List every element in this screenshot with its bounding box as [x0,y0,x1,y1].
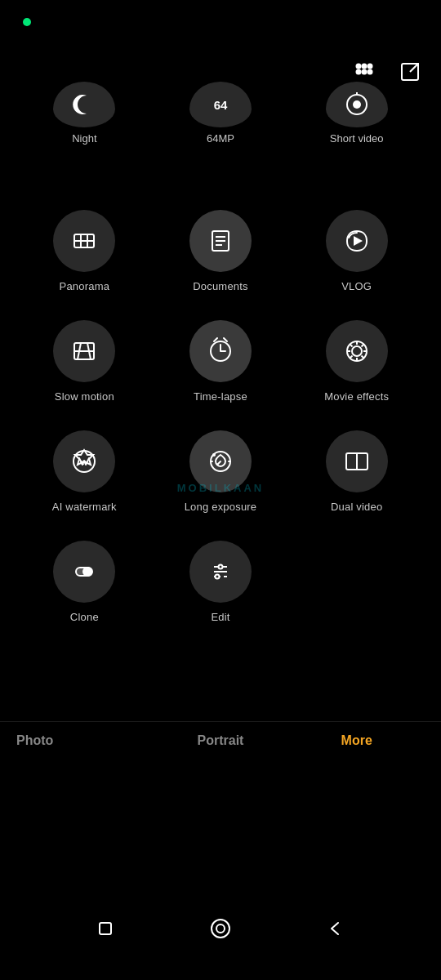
svg-line-31 [350,356,352,359]
mode-item-slow-motion[interactable]: Slow motion [16,310,153,412]
mode-label-long-exposure: Long exposure [185,501,257,513]
mode-item-dual-video[interactable]: Dual video [288,421,425,523]
mode-item-64mp[interactable]: 64 64MP [153,82,289,145]
system-navigation [0,910,441,947]
nav-back-button[interactable] [327,920,345,938]
svg-line-28 [350,345,352,347]
svg-point-39 [83,568,91,576]
camera-mode-tabs: Photo Portrait More [0,721,441,760]
mode-item-time-lapse[interactable]: Time-lapse [153,310,289,412]
mode-label-movie-effects: Movie effects [324,390,389,403]
svg-point-46 [215,575,219,579]
mode-item-night[interactable]: Night [16,82,153,145]
svg-point-23 [352,346,362,356]
svg-line-30 [361,345,363,347]
mode-item-vlog[interactable]: VLOG [288,200,425,302]
svg-point-0 [356,64,362,69]
status-indicator [23,18,31,26]
tab-portrait[interactable]: Portrait [153,733,289,748]
mode-label-night: Night [72,132,96,145]
mode-item-movie-effects[interactable]: Movie effects [288,310,425,412]
svg-point-8 [353,100,361,109]
mode-item-panorama[interactable]: Panorama [16,200,153,302]
svg-point-45 [218,565,222,569]
svg-line-29 [361,356,363,359]
mode-label-time-lapse: Time-lapse [194,390,247,403]
mode-label-dual-video: Dual video [331,501,382,513]
partial-top-row: Night 64 64MP Short video [0,82,441,145]
svg-point-3 [356,69,362,75]
mode-label-documents: Documents [193,280,248,292]
mode-item-documents[interactable]: Documents [153,200,289,302]
mode-item-long-exposure[interactable]: Long exposure [153,421,289,523]
mode-item-edit[interactable]: Edit [153,531,289,633]
mode-label-clone: Clone [70,611,99,623]
mode-item-ai-watermark[interactable]: M AI watermark [16,421,153,523]
nav-home-button[interactable] [210,918,231,939]
mode-label-vlog: VLOG [341,280,372,292]
svg-rect-47 [100,923,111,934]
mode-label-64mp: 64MP [207,132,234,145]
mode-label-ai-watermark: AI watermark [52,501,117,513]
svg-point-5 [368,69,373,75]
svg-point-2 [368,64,373,69]
nav-recents-button[interactable] [96,920,114,938]
mode-label-panorama: Panorama [60,280,110,292]
svg-point-1 [362,64,368,69]
mode-label-edit: Edit [211,611,229,623]
svg-point-48 [212,920,229,938]
tab-more[interactable]: More [288,733,425,748]
svg-point-35 [212,453,216,457]
mode-item-clone[interactable]: Clone [16,531,153,633]
mode-item-short-video[interactable]: Short video [288,82,425,145]
svg-point-49 [216,924,225,933]
tab-photo[interactable]: Photo [16,733,153,748]
modes-grid: Panorama Documents VLOG [0,200,441,633]
mode-label-slow-motion: Slow motion [55,390,114,403]
mode-label-short-video: Short video [330,132,384,145]
svg-point-4 [362,69,368,75]
